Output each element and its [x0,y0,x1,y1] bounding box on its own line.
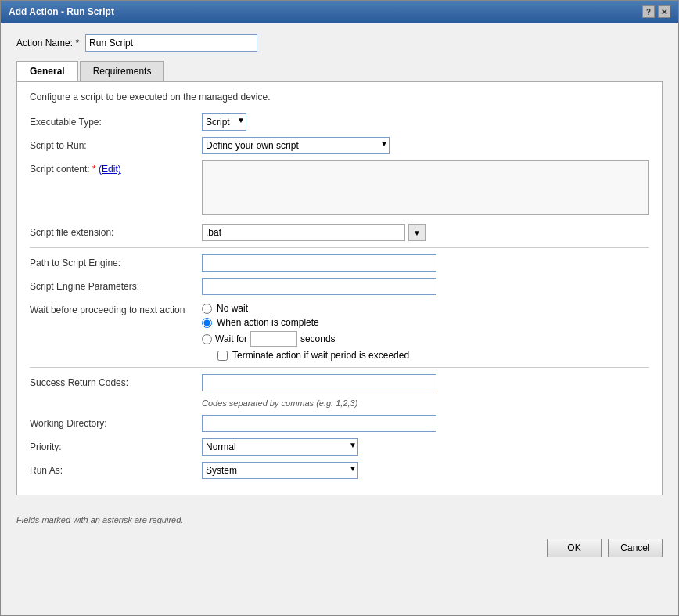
priority-row: Priority: Normal Low High ▼ [30,438,649,456]
success-return-codes-input[interactable] [202,374,436,391]
working-directory-label: Working Directory: [30,415,202,429]
title-bar: Add Action - Run Script ? ✕ [1,1,678,23]
ok-button[interactable]: OK [547,539,602,557]
dialog-body: Action Name: * General Requirements Conf… [1,23,678,507]
wait-for-label: Wait for [215,333,247,344]
script-file-extension-control: ▼ [202,224,649,241]
when-complete-option: When action is complete [202,317,649,328]
executable-type-select[interactable]: Script [202,113,246,131]
no-wait-label: No wait [217,303,248,314]
cancel-button[interactable]: Cancel [608,539,663,557]
wait-for-radio[interactable] [202,334,212,344]
script-to-run-row: Script to Run: Define your own script ▼ [30,137,649,154]
engine-parameters-label: Script Engine Parameters: [30,278,202,292]
title-bar-buttons: ? ✕ [642,5,670,18]
no-wait-radio[interactable] [202,304,212,314]
script-content-required: * [92,164,96,175]
script-to-run-control: Define your own script ▼ [202,137,649,154]
footer-note: Fields marked with an asterisk are requi… [1,507,678,532]
wait-for-option: Wait for seconds [202,331,649,347]
script-content-row: Script content: * (Edit) [30,160,649,218]
script-file-extension-label: Script file extension: [30,224,202,238]
file-ext-dropdown-button[interactable]: ▼ [408,224,426,241]
seconds-label: seconds [300,333,336,344]
button-row: OK Cancel [1,532,678,569]
working-directory-control [202,415,649,432]
run-as-row: Run As: System User ▼ [30,462,649,479]
tab-requirements[interactable]: Requirements [80,61,165,81]
wait-before-control: No wait When action is complete Wait for… [202,301,649,361]
engine-parameters-control [202,278,649,295]
script-to-run-label: Script to Run: [30,137,202,151]
run-as-label: Run As: [30,462,202,476]
tab-content-general: Configure a script to be executed on the… [16,81,663,495]
working-directory-row: Working Directory: [30,415,649,432]
priority-control: Normal Low High ▼ [202,438,649,456]
terminate-label: Terminate action if wait period is excee… [232,350,409,361]
dialog-container: Add Action - Run Script ? ✕ Action Name:… [0,0,679,616]
close-button[interactable]: ✕ [658,5,670,18]
wait-before-row: Wait before proceeding to next action No… [30,301,649,361]
file-ext-dropdown-icon: ▼ [413,229,421,237]
priority-label: Priority: [30,438,202,452]
action-name-row: Action Name: * [16,34,663,52]
wait-for-seconds-input[interactable] [250,331,297,347]
path-to-engine-label: Path to Script Engine: [30,254,202,268]
engine-parameters-input[interactable] [202,278,436,295]
script-content-textarea[interactable] [202,160,649,215]
no-wait-option: No wait [202,303,649,314]
script-to-run-select[interactable]: Define your own script [202,137,390,154]
tabs: General Requirements [16,61,663,81]
required-marker: * [75,38,79,49]
path-to-engine-row: Path to Script Engine: [30,254,649,272]
description-text: Configure a script to be executed on the… [30,92,649,103]
path-to-engine-input[interactable] [202,254,436,272]
priority-select[interactable]: Normal Low High [202,438,358,456]
script-file-extension-input[interactable] [202,224,405,241]
script-content-edit-link[interactable]: (Edit) [99,164,121,175]
tab-general[interactable]: General [16,61,78,81]
codes-note-row: Codes separated by commas (e.g. 1,2,3) [30,398,649,409]
when-complete-radio[interactable] [202,318,212,328]
run-as-select[interactable]: System User [202,462,358,479]
executable-type-row: Executable Type: Script ▼ [30,113,649,131]
wait-radio-group: No wait When action is complete Wait for… [202,301,649,361]
executable-type-label: Executable Type: [30,113,202,128]
dialog-title: Add Action - Run Script [9,6,114,17]
terminate-checkbox[interactable] [217,351,228,361]
when-complete-label: When action is complete [217,317,319,328]
run-as-control: System User ▼ [202,462,649,479]
help-button[interactable]: ? [642,5,655,18]
path-to-engine-control [202,254,649,272]
action-name-input[interactable] [85,34,257,52]
script-content-label: Script content: * (Edit) [30,160,202,175]
action-name-label: Action Name: * [16,38,79,49]
script-file-extension-row: Script file extension: ▼ [30,224,649,241]
codes-note: Codes separated by commas (e.g. 1,2,3) [202,398,357,408]
terminate-option: Terminate action if wait period is excee… [217,350,649,361]
success-return-codes-control [202,374,649,391]
engine-parameters-row: Script Engine Parameters: [30,278,649,295]
executable-type-control: Script ▼ [202,113,649,131]
script-content-control [202,160,649,218]
working-directory-input[interactable] [202,415,436,432]
success-return-codes-row: Success Return Codes: [30,374,649,391]
wait-before-label: Wait before proceeding to next action [30,301,202,315]
success-return-codes-label: Success Return Codes: [30,374,202,388]
